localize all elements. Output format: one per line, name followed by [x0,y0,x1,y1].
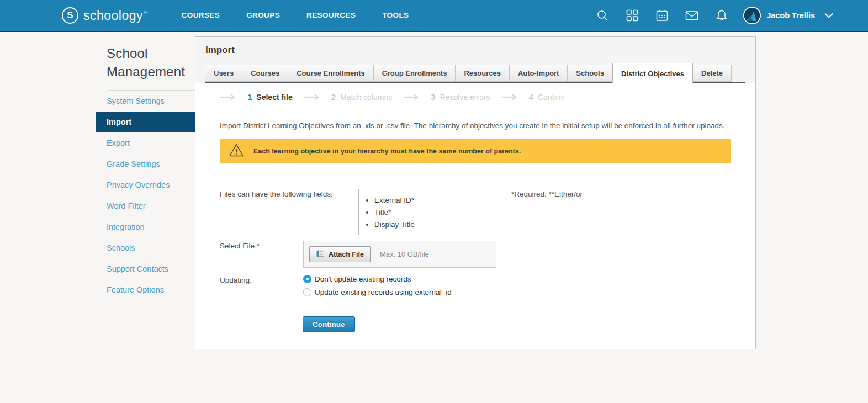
sidebar-item[interactable]: Integration [96,216,195,237]
select-file-label: Select File:* [220,241,303,250]
sidebar-menu: System SettingsImportExportGrade Setting… [96,91,195,300]
tab[interactable]: Course Enrollments [288,65,374,82]
sidebar-item[interactable]: Schools [96,237,195,258]
panel-body: 1 Select file 2 Match columns 3 [195,83,755,332]
radio-button[interactable] [303,288,311,296]
step: 1 Select file [209,92,293,102]
page-title: School Management [96,36,195,81]
panel-header: Import UsersCoursesCourse EnrollmentsGro… [195,37,755,83]
chevron-down-icon[interactable] [824,12,834,19]
schoology-logo[interactable]: S schoology™ [62,7,149,24]
radio-button[interactable] [303,275,311,283]
panel-title: Import [205,45,745,56]
step-indicator: 1 Select file 2 Match columns 3 [205,83,745,110]
app-grid-icon[interactable] [625,8,639,23]
step: 3 Resolve errors [392,92,490,102]
required-note: *Required, **Either/or [511,189,583,198]
tab[interactable]: Schools [567,65,613,82]
attach-file-area: Attach File Max. 10 GB/file [303,241,496,268]
user-avatar[interactable] [743,7,761,24]
continue-button[interactable]: Continue [303,316,355,332]
tab[interactable]: Users [205,65,242,82]
updating-option[interactable]: Update existing records using external_i… [303,288,452,296]
fields-label: Files can have the following fields: [220,189,358,198]
nav-item[interactable]: GROUPS [233,0,293,31]
sidebar-item[interactable]: Privacy Overrides [96,174,195,195]
required-asterisk: * [257,242,260,250]
radio-label: Don't update existing records [315,275,411,283]
max-file-size-note: Max. 10 GB/file [380,250,429,258]
notifications-icon[interactable] [714,8,729,23]
warning-banner: Each learning objective in your hierarch… [220,139,731,163]
step-arrow-icon [501,94,518,100]
brand-name: schoology™ [83,8,149,23]
tab[interactable]: District Objectives [612,63,693,83]
search-icon[interactable] [595,8,610,23]
tab[interactable]: Group Enrollments [373,65,456,82]
select-file-row: Select File:* Attach File Max. 10 GB/fil… [220,241,731,268]
sidebar-item[interactable]: Word Filter [96,195,195,216]
import-panel: Import UsersCoursesCourse EnrollmentsGro… [195,36,756,349]
messages-icon[interactable] [685,8,699,23]
tab[interactable]: Courses [242,65,288,82]
import-form: Files can have the following fields: Ext… [220,189,731,332]
sidebar-item[interactable]: Grade Settings [96,153,195,174]
user-name[interactable]: Jacob Trellis [766,11,815,20]
updating-row: Updating: Don't update existing records … [220,275,731,301]
step: 4 Confirm [490,92,565,102]
primary-nav: COURSESGROUPSRESOURCESTOOLS [168,0,422,31]
step: 2 Match columns [293,92,393,102]
step-arrow-icon [403,94,420,100]
sidebar: School Management System SettingsImportE… [96,36,195,300]
attach-file-icon [316,249,325,259]
attach-file-button[interactable]: Attach File [309,246,371,262]
sidebar-item[interactable]: Export [96,132,195,153]
warning-triangle-icon [229,143,244,160]
step-arrow-icon [220,94,236,100]
import-description: Import District Learning Objectives from… [220,121,731,130]
attach-file-button-label: Attach File [329,251,364,258]
radio-label: Update existing records using external_i… [315,288,452,296]
warning-text: Each learning objective in your hierarch… [253,147,521,155]
nav-item[interactable]: TOOLS [369,0,422,31]
sidebar-item[interactable]: Import [96,112,195,132]
field-item: External ID* [374,194,493,206]
tab[interactable]: Auto-Import [509,65,568,82]
sidebar-item[interactable]: Feature Options [96,279,195,300]
field-item: Display Title [374,218,493,230]
import-tabs: UsersCoursesCourse EnrollmentsGroup Enro… [205,63,745,83]
sidebar-item[interactable]: Support Contacts [96,258,195,279]
nav-item[interactable]: COURSES [168,0,234,31]
trademark-mark: ™ [143,10,149,16]
fields-list: External ID*Title*Display Title [358,189,496,235]
header-actions: Jacob Trellis [580,7,834,24]
schoology-s-icon: S [62,7,78,24]
fields-row: Files can have the following fields: Ext… [220,189,731,235]
step-arrow-icon [304,94,320,100]
top-header: S schoology™ COURSESGROUPSRESOURCESTOOLS… [0,0,868,32]
sidebar-item[interactable]: System Settings [96,91,195,112]
nav-item[interactable]: RESOURCES [293,0,369,31]
updating-options: Don't update existing records Update exi… [303,275,452,301]
field-item: Title* [374,206,493,218]
updating-option[interactable]: Don't update existing records [303,275,452,283]
tab[interactable]: Delete [692,65,732,82]
calendar-icon[interactable] [655,8,669,23]
tab[interactable]: Resources [455,65,509,82]
updating-label: Updating: [220,275,303,284]
